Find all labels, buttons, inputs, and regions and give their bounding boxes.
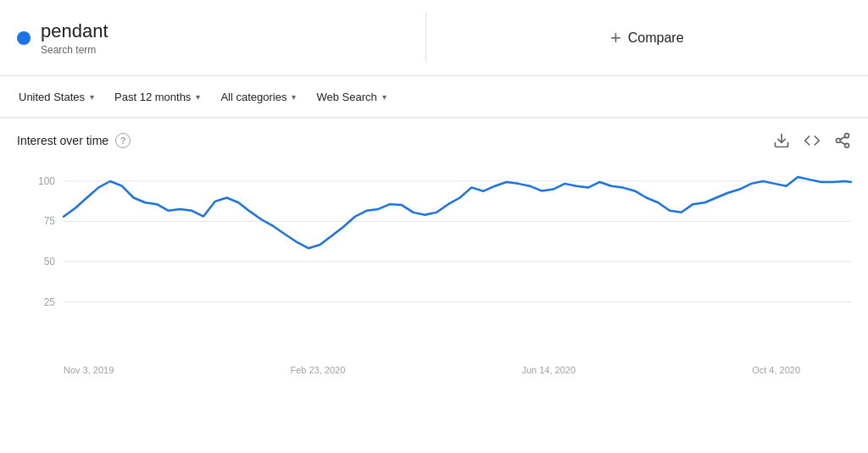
compare-label: Compare (628, 30, 684, 46)
search-type-filter-label: Web Search (316, 91, 376, 103)
categories-filter-label: All categories (220, 91, 287, 103)
compare-button[interactable]: + Compare (610, 27, 684, 49)
categories-filter-button[interactable]: All categories ▾ (210, 84, 306, 110)
svg-text:25: 25 (44, 296, 56, 308)
time-range-filter-label: Past 12 months (114, 91, 191, 103)
header: pendant Search term + Compare (0, 0, 868, 76)
search-term-block: pendant Search term (41, 20, 108, 56)
search-type-chevron-icon: ▾ (382, 92, 387, 102)
svg-line-5 (840, 136, 845, 139)
x-axis-labels: Nov 3, 2019 Feb 23, 2020 Jun 14, 2020 Oc… (17, 362, 851, 375)
embed-icon[interactable] (804, 132, 821, 149)
region-filter-label: United States (19, 91, 85, 103)
filter-bar: United States ▾ Past 12 months ▾ All cat… (0, 76, 868, 119)
search-term-dot (17, 31, 31, 45)
x-label-3: Jun 14, 2020 (521, 365, 576, 375)
search-term-sublabel: Search term (41, 44, 108, 56)
interest-chart: 100 75 50 25 (17, 164, 851, 359)
svg-text:100: 100 (38, 175, 55, 187)
region-filter-button[interactable]: United States ▾ (8, 84, 104, 110)
region-chevron-icon: ▾ (90, 92, 94, 102)
share-icon[interactable] (834, 132, 851, 149)
svg-text:75: 75 (44, 215, 56, 227)
header-right: + Compare (426, 0, 869, 75)
x-label-2: Feb 23, 2020 (290, 365, 345, 375)
time-range-chevron-icon: ▾ (196, 92, 200, 102)
section-title: Interest over time (17, 134, 108, 147)
trend-line (64, 177, 851, 248)
help-icon[interactable]: ? (115, 133, 131, 148)
x-label-4: Oct 4, 2020 (752, 365, 800, 375)
svg-text:50: 50 (44, 256, 56, 268)
compare-plus-icon: + (610, 27, 621, 49)
categories-chevron-icon: ▾ (292, 92, 296, 102)
interest-over-time-section: Interest over time ? (0, 119, 868, 156)
section-actions (773, 132, 851, 149)
time-range-filter-button[interactable]: Past 12 months ▾ (104, 84, 210, 110)
download-icon[interactable] (773, 132, 790, 149)
chart-container: 100 75 50 25 Nov 3, 2019 Feb 23, 2020 Ju… (0, 156, 868, 392)
x-label-1: Nov 3, 2019 (64, 365, 114, 375)
section-title-row: Interest over time ? (17, 133, 131, 148)
svg-line-4 (840, 141, 845, 144)
search-type-filter-button[interactable]: Web Search ▾ (306, 84, 396, 110)
header-left: pendant Search term (0, 0, 426, 75)
search-term-text: pendant (41, 20, 108, 42)
